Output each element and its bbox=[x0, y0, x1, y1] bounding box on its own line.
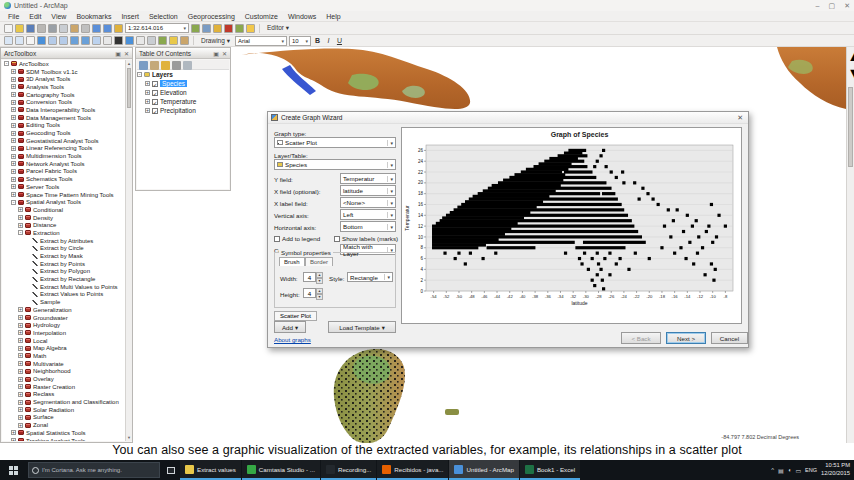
toolbox-item-geocoding-tools[interactable]: +Geocoding Tools bbox=[2, 129, 125, 137]
copy-icon[interactable] bbox=[59, 24, 68, 33]
menu-help[interactable]: Help bbox=[322, 12, 344, 21]
fixed-zoom-in-icon[interactable] bbox=[48, 36, 57, 45]
expand-icon[interactable]: + bbox=[11, 115, 16, 120]
redo-icon[interactable] bbox=[103, 24, 112, 33]
toolbox-item-cartography-tools[interactable]: +Cartography Tools bbox=[2, 91, 125, 99]
expand-icon[interactable]: + bbox=[145, 90, 150, 95]
toc-layer-species[interactable]: +✓Species bbox=[137, 79, 229, 88]
collapse-icon[interactable]: - bbox=[18, 230, 23, 235]
zoom-out-icon[interactable] bbox=[15, 36, 24, 45]
toolbox-item-surface[interactable]: +Surface bbox=[2, 414, 125, 422]
collapse-icon[interactable]: - bbox=[4, 61, 9, 66]
taskbar-item-camtasia[interactable]: Camtasia Studio - ... bbox=[242, 460, 320, 480]
toc-layer-elevation[interactable]: +✓Elevation bbox=[137, 88, 229, 97]
toolbox-item-density[interactable]: +Density bbox=[2, 214, 125, 222]
toolbox-item-extract-by-mask[interactable]: Extract by Mask bbox=[2, 252, 125, 260]
toolbox-item-reclass[interactable]: +Reclass bbox=[2, 391, 125, 399]
toolbox-item-data-interoperability-tools[interactable]: +Data Interoperability Tools bbox=[2, 106, 125, 114]
menu-customize[interactable]: Customize bbox=[241, 12, 282, 21]
toolbox-item-multidimension-tools[interactable]: +Multidimension Tools bbox=[2, 152, 125, 160]
expand-icon[interactable]: + bbox=[18, 369, 23, 374]
python-icon[interactable] bbox=[246, 24, 255, 33]
toolbox-item-hydrology[interactable]: +Hydrology bbox=[2, 321, 125, 329]
identify-icon[interactable] bbox=[125, 36, 134, 45]
maximize-button[interactable]: ▢ bbox=[829, 0, 836, 11]
expand-icon[interactable]: + bbox=[18, 415, 23, 420]
viewer-icon[interactable] bbox=[202, 24, 211, 33]
pin-icon[interactable]: ▣ bbox=[213, 50, 219, 57]
font-family-combo[interactable]: Arial▾ bbox=[235, 36, 287, 46]
x-field-combo[interactable]: latitude▾ bbox=[340, 185, 396, 196]
scroll-down-arrow[interactable]: ▼ bbox=[847, 65, 854, 83]
arctoolbox-scrollbar[interactable]: ▲ ▼ bbox=[125, 60, 132, 441]
toolbox-item-solar-radiation[interactable]: +Solar Radiation bbox=[2, 406, 125, 414]
about-graphs-link[interactable]: About graphs bbox=[274, 336, 311, 343]
next-button[interactable]: Next > bbox=[666, 332, 706, 344]
underline-button[interactable]: U bbox=[335, 37, 344, 44]
expand-icon[interactable]: + bbox=[11, 123, 16, 128]
go-icon[interactable] bbox=[191, 24, 200, 33]
toolbox-item-extract-by-points[interactable]: Extract by Points bbox=[2, 260, 125, 268]
expand-icon[interactable]: + bbox=[145, 108, 150, 113]
toolbox-item-extraction[interactable]: -Extraction bbox=[2, 229, 125, 237]
zoom-in-icon[interactable] bbox=[4, 36, 13, 45]
clear-selection-icon[interactable] bbox=[103, 36, 112, 45]
layer-visibility-checkbox[interactable]: ✓ bbox=[152, 90, 158, 96]
toolbox-item-raster-creation[interactable]: +Raster Creation bbox=[2, 383, 125, 391]
toolbox-item-sdm-toolbox-v1-1c[interactable]: +SDM Toolbox v1.1c bbox=[2, 68, 125, 76]
vertical-axis-combo[interactable]: Left▾ bbox=[340, 209, 396, 220]
expand-icon[interactable]: + bbox=[18, 223, 23, 228]
menu-bookmarks[interactable]: Bookmarks bbox=[72, 12, 115, 21]
close-icon[interactable]: ✕ bbox=[124, 50, 129, 57]
expand-icon[interactable]: + bbox=[11, 161, 16, 166]
toolbox-item-3d-analyst-tools[interactable]: +3D Analyst Tools bbox=[2, 75, 125, 83]
expand-icon[interactable]: + bbox=[18, 353, 23, 358]
menu-view[interactable]: View bbox=[47, 12, 70, 21]
expand-icon[interactable]: + bbox=[18, 330, 23, 335]
full-extent-icon[interactable] bbox=[37, 36, 46, 45]
model-builder-icon[interactable] bbox=[235, 24, 244, 33]
layer-table-combo[interactable]: Species▾ bbox=[274, 159, 396, 170]
expand-icon[interactable]: + bbox=[11, 177, 16, 182]
list-by-source-icon[interactable] bbox=[150, 61, 159, 70]
horizontal-axis-combo[interactable]: Bottom▾ bbox=[340, 221, 396, 232]
expand-icon[interactable]: + bbox=[11, 192, 16, 197]
expand-icon[interactable]: + bbox=[18, 377, 23, 382]
scroll-up-arrow[interactable]: ▲ bbox=[126, 60, 132, 67]
expand-icon[interactable]: + bbox=[18, 346, 23, 351]
dialog-close-button[interactable]: ✕ bbox=[735, 114, 745, 122]
toolbox-item-overlay[interactable]: +Overlay bbox=[2, 375, 125, 383]
catalog-icon[interactable] bbox=[213, 24, 222, 33]
taskbar-item-excel[interactable]: Book1 - Excel bbox=[520, 460, 580, 480]
taskbar-item-camtasia-recorder[interactable]: Recording... bbox=[321, 460, 376, 480]
toc-layers-root[interactable]: -Layers bbox=[137, 70, 229, 79]
cut-icon[interactable] bbox=[48, 24, 57, 33]
toolbox-item-spatial-analyst-tools[interactable]: -Spatial Analyst Tools bbox=[2, 198, 125, 206]
options-icon[interactable] bbox=[183, 61, 192, 70]
cortana-search-box[interactable]: I'm Cortana. Ask me anything. bbox=[28, 462, 160, 478]
go-to-xy-icon[interactable] bbox=[147, 36, 156, 45]
scroll-up-arrow[interactable]: ▲ bbox=[847, 47, 854, 65]
network-icon[interactable]: ▤ bbox=[778, 467, 784, 474]
menu-selection[interactable]: Selection bbox=[145, 12, 182, 21]
layer-visibility-checkbox[interactable]: ✓ bbox=[152, 81, 158, 87]
scroll-down-arrow[interactable]: ▼ bbox=[126, 434, 132, 441]
touch-keyboard-icon[interactable]: ▭ bbox=[795, 467, 801, 474]
expand-icon[interactable]: + bbox=[18, 323, 23, 328]
expand-icon[interactable]: + bbox=[145, 99, 150, 104]
expand-icon[interactable]: + bbox=[11, 69, 16, 74]
scrollbar-thumb[interactable] bbox=[127, 68, 131, 108]
expand-icon[interactable]: + bbox=[18, 384, 23, 389]
toolbox-item-map-algebra[interactable]: +Map Algebra bbox=[2, 344, 125, 352]
toolbox-item-multivariate[interactable]: +Multivariate bbox=[2, 360, 125, 368]
expand-icon[interactable]: + bbox=[11, 430, 16, 435]
collapse-icon[interactable]: - bbox=[11, 200, 16, 205]
toolbox-item-zonal[interactable]: +Zonal bbox=[2, 421, 125, 429]
toolbox-item-analysis-tools[interactable]: +Analysis Tools bbox=[2, 83, 125, 91]
expand-icon[interactable]: + bbox=[11, 107, 16, 112]
expand-icon[interactable]: + bbox=[11, 84, 16, 89]
style-combo[interactable]: Rectangle▾ bbox=[347, 272, 393, 282]
bold-button[interactable]: B bbox=[313, 37, 322, 44]
fixed-zoom-out-icon[interactable] bbox=[59, 36, 68, 45]
expand-icon[interactable]: + bbox=[18, 423, 23, 428]
